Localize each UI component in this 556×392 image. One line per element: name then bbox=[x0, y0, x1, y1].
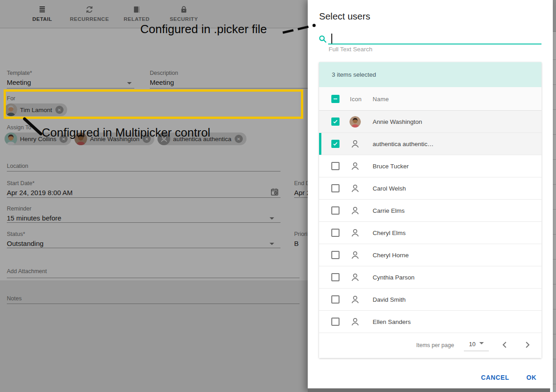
horizontal-scrollbar[interactable] bbox=[308, 388, 550, 392]
select-users-dialog: Select users Full Text Search 3 items se… bbox=[308, 0, 553, 392]
row-checkbox[interactable] bbox=[331, 251, 340, 259]
row-checkbox[interactable] bbox=[331, 273, 340, 281]
previous-page-button[interactable] bbox=[499, 339, 511, 351]
user-avatar bbox=[349, 316, 361, 328]
user-name: Cheryl Horne bbox=[373, 252, 409, 259]
table-header: Icon Name bbox=[319, 87, 541, 111]
user-avatar bbox=[349, 294, 361, 305]
row-checkbox[interactable] bbox=[331, 229, 340, 237]
search-hint-label: Full Text Search bbox=[329, 46, 373, 53]
user-avatar bbox=[349, 272, 361, 283]
table-body: Annie Washington authentica authentic… B… bbox=[319, 111, 541, 333]
column-header-icon: Icon bbox=[350, 96, 362, 103]
table-row[interactable]: Cheryl Elms bbox=[319, 222, 541, 244]
dialog-actions: CANCEL OK bbox=[481, 374, 536, 381]
table-row[interactable]: authentica authentic… bbox=[319, 133, 541, 155]
selection-banner: 3 items selected bbox=[319, 62, 541, 87]
row-checkbox[interactable] bbox=[331, 118, 340, 126]
cancel-button[interactable]: CANCEL bbox=[481, 374, 509, 381]
table-row[interactable]: Carrie Elms bbox=[319, 200, 541, 222]
table-row[interactable]: Ellen Sanders bbox=[319, 311, 541, 333]
user-name: Cheryl Elms bbox=[373, 230, 406, 236]
table-row[interactable]: Cynthia Parson bbox=[319, 266, 541, 289]
select-all-checkbox[interactable] bbox=[331, 95, 340, 103]
row-checkbox[interactable] bbox=[331, 295, 340, 304]
dialog-title: Select users bbox=[319, 11, 370, 22]
multipicker-annotation: Configured in Multipicker control bbox=[42, 126, 210, 140]
table-row[interactable]: David Smith bbox=[319, 289, 541, 311]
row-checkbox[interactable] bbox=[331, 184, 340, 192]
user-name: Carol Welsh bbox=[373, 185, 406, 192]
user-avatar bbox=[349, 205, 361, 216]
user-avatar bbox=[349, 138, 361, 150]
photo-annie bbox=[349, 116, 361, 127]
user-avatar bbox=[349, 116, 361, 127]
user-avatar bbox=[349, 227, 361, 239]
page-size-select[interactable]: 10 bbox=[464, 339, 489, 351]
search-input[interactable] bbox=[333, 33, 532, 44]
ok-button[interactable]: OK bbox=[526, 374, 536, 381]
user-name: Cynthia Parson bbox=[373, 274, 414, 281]
picker-annotation: Configured in .picker file bbox=[140, 22, 267, 36]
user-name: authentica authentic… bbox=[373, 141, 433, 147]
table-row[interactable]: Bruce Tucker bbox=[319, 155, 541, 177]
search-icon bbox=[318, 34, 327, 44]
highlight-box bbox=[4, 89, 303, 119]
items-per-page-label: Items per page bbox=[416, 342, 454, 348]
user-name: David Smith bbox=[373, 296, 406, 303]
column-header-name: Name bbox=[373, 96, 389, 103]
table-row[interactable]: Cheryl Horne bbox=[319, 244, 541, 266]
user-name: Carrie Elms bbox=[373, 207, 405, 214]
row-checkbox[interactable] bbox=[331, 206, 340, 215]
table-row[interactable]: Annie Washington bbox=[319, 111, 541, 133]
row-checkbox[interactable] bbox=[331, 318, 340, 326]
user-name: Bruce Tucker bbox=[373, 163, 409, 170]
users-table: 3 items selected Icon Name Annie Washing… bbox=[319, 62, 541, 358]
row-checkbox[interactable] bbox=[331, 140, 340, 148]
text-cursor bbox=[331, 34, 332, 44]
next-page-button[interactable] bbox=[522, 339, 533, 351]
user-name: Ellen Sanders bbox=[373, 318, 411, 325]
user-name: Annie Washington bbox=[373, 118, 422, 125]
chevron-down-icon bbox=[479, 342, 484, 346]
table-row[interactable]: Carol Welsh bbox=[319, 177, 541, 200]
paginator: Items per page 10 bbox=[319, 333, 541, 358]
user-avatar bbox=[349, 250, 361, 261]
row-checkbox[interactable] bbox=[331, 162, 340, 170]
user-avatar bbox=[349, 183, 361, 194]
user-avatar bbox=[349, 161, 361, 172]
